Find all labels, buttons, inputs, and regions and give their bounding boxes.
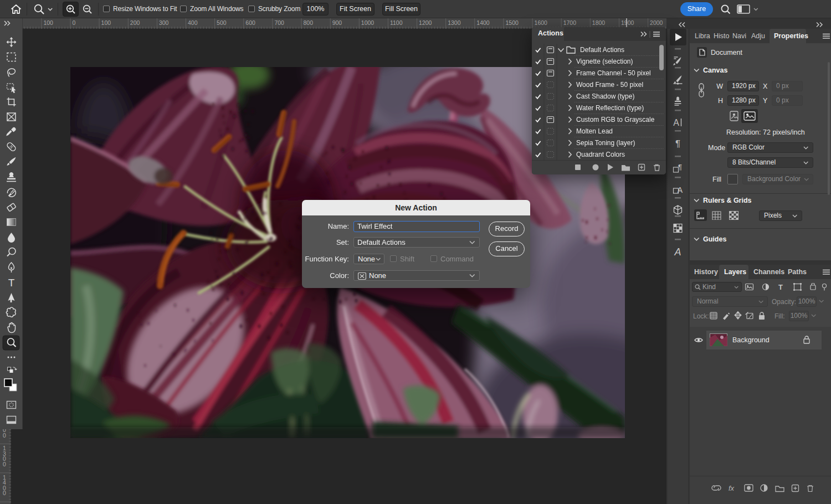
svg-text:¶: ¶ [675,138,680,149]
svg-text:A: A [674,246,681,258]
svg-text:300: 300 [159,19,169,26]
svg-text:1200: 1200 [419,19,432,26]
svg-text:600: 600 [245,19,255,26]
svg-text:1800: 1800 [592,19,606,26]
svg-text:A: A [678,186,683,194]
svg-text:fx: fx [729,484,735,492]
svg-text:1300: 1300 [448,19,461,26]
svg-text:1100: 1100 [390,19,403,26]
svg-text:1000: 1000 [361,19,375,26]
svg-text:1400: 1400 [476,19,490,26]
svg-text:1500: 1500 [506,19,519,26]
svg-text:100: 100 [101,19,111,26]
svg-text:500: 500 [217,19,227,26]
svg-text:800: 800 [304,19,314,26]
svg-text:400: 400 [188,19,198,26]
svg-text:700: 700 [274,19,284,26]
svg-text:2000: 2000 [650,19,663,26]
svg-text:900: 900 [332,19,342,26]
svg-text:0: 0 [3,461,6,467]
svg-text:¶: ¶ [678,163,682,171]
svg-text:T: T [778,283,783,291]
svg-text:200: 200 [130,19,140,26]
svg-text:0: 0 [3,432,6,439]
svg-text:0: 0 [73,19,76,26]
svg-text:0: 0 [3,490,6,496]
svg-text:1900: 1900 [621,19,634,26]
svg-text:A: A [673,118,679,127]
svg-text:1700: 1700 [563,19,577,26]
svg-text:T: T [8,277,15,289]
svg-text:1600: 1600 [535,19,548,26]
svg-text:100: 100 [43,19,53,26]
